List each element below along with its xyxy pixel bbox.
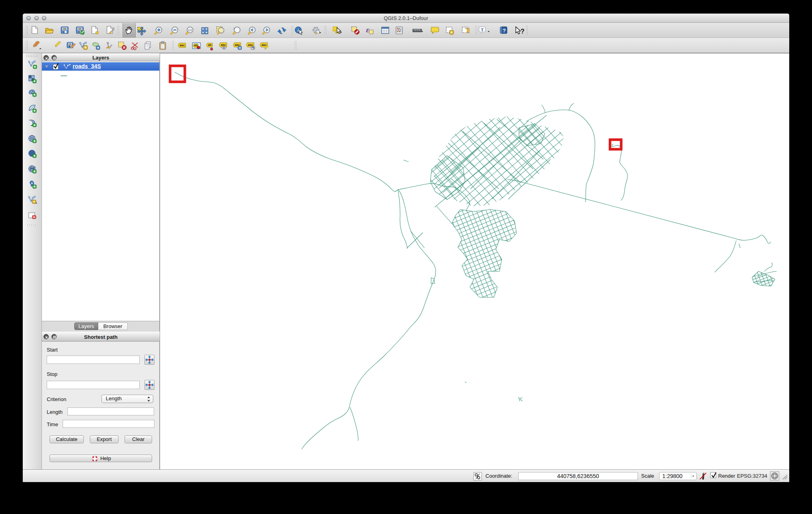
svg-text:abc: abc bbox=[180, 43, 185, 47]
svg-text:?: ? bbox=[503, 28, 506, 34]
svg-text:1:1: 1:1 bbox=[188, 29, 192, 32]
svg-text:?: ? bbox=[521, 28, 525, 35]
svg-text:ε: ε bbox=[366, 26, 369, 34]
svg-text:ab: ab bbox=[208, 43, 212, 47]
svg-text:abc: abc bbox=[261, 43, 267, 47]
svg-text:T: T bbox=[481, 27, 484, 32]
svg-text:abc: abc bbox=[221, 43, 226, 47]
